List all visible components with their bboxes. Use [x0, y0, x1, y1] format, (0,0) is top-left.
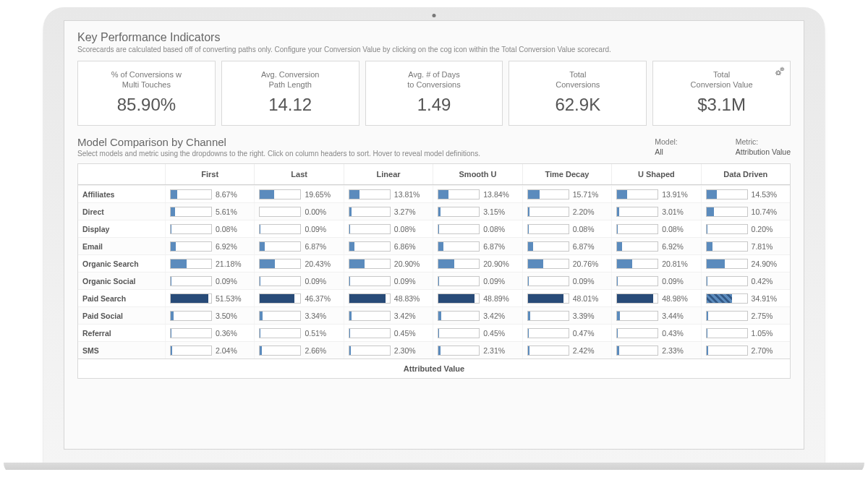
cell-value: 20.76% [573, 259, 599, 268]
cell-value: 3.34% [305, 312, 326, 320]
cell-value: 3.01% [662, 207, 684, 216]
kpi-label: Total Conversions [514, 69, 642, 90]
bar-track [259, 241, 301, 252]
kpi-cards-row: % of Conversions w Multi Touches 85.90% … [77, 61, 791, 126]
bar-fill [707, 312, 709, 320]
row-label: Display [78, 225, 165, 233]
cell-value: 3.42% [483, 312, 505, 320]
cell-value: 20.90% [394, 259, 420, 268]
table-cell: 6.92% [611, 238, 700, 254]
bar-track [259, 224, 301, 234]
kpi-label: % of Conversions w Multi Touches [82, 69, 210, 90]
bar-fill [260, 329, 260, 338]
table-header-data-driven[interactable]: Data Driven [701, 164, 790, 184]
bar-track [438, 224, 480, 234]
bar-track [170, 207, 212, 217]
table-cell: 0.09% [344, 272, 433, 289]
bar-fill [617, 312, 620, 320]
table-header-smooth-u[interactable]: Smooth U [433, 164, 522, 184]
table-row: Organic Social0.09%0.09%0.09%0.09%0.09%0… [78, 272, 790, 289]
cell-value: 6.87% [305, 242, 326, 251]
cell-value: 0.09% [305, 277, 326, 286]
bar-fill [349, 207, 352, 216]
table-header-u-shaped[interactable]: U Shaped [611, 164, 700, 184]
table-header-linear[interactable]: Linear [344, 164, 433, 184]
table-cell: 10.74% [701, 203, 790, 220]
table-cell: 21.18% [165, 255, 254, 272]
cell-value: 3.15% [483, 207, 505, 216]
bar-fill [707, 190, 718, 199]
bar-fill [349, 242, 354, 251]
cell-value: 0.36% [216, 329, 237, 338]
bar-track [170, 241, 212, 252]
cell-value: 3.39% [573, 312, 595, 320]
bar-track [616, 345, 658, 356]
cell-value: 13.84% [483, 190, 509, 199]
table-cell: 15.71% [522, 186, 611, 202]
bar-track [170, 293, 212, 304]
bar-track [706, 328, 748, 338]
bar-track [259, 207, 301, 217]
bar-track [349, 345, 391, 356]
bar-track [706, 311, 748, 321]
bar-fill [349, 312, 352, 320]
row-label: Direct [78, 207, 165, 216]
table-row: Referral0.36%0.51%0.45%0.45%0.47%0.43%1.… [78, 324, 790, 341]
model-comparison-subtitle: Select models and metric using the dropd… [77, 150, 655, 158]
cell-value: 20.43% [305, 259, 331, 268]
kpi-card-total-conv: Total Conversions 62.9K [509, 61, 647, 126]
cell-value: 24.90% [752, 259, 778, 268]
table-cell: 0.08% [344, 220, 433, 237]
cell-value: 2.66% [305, 346, 326, 355]
bar-track [527, 345, 569, 356]
table-header-last[interactable]: Last [254, 164, 343, 184]
table-cell: 13.81% [344, 186, 433, 202]
table-header-row: FirstLastLinearSmooth UTime DecayU Shape… [78, 164, 790, 185]
table-cell: 6.87% [433, 238, 522, 254]
kpi-card-multi-touches: % of Conversions w Multi Touches 85.90% [77, 61, 216, 126]
bar-fill [617, 207, 619, 216]
cell-value: 3.42% [394, 312, 416, 320]
bar-track [438, 207, 480, 217]
metric-filter[interactable]: Metric: Attribution Value [736, 137, 791, 156]
table-cell: 0.45% [344, 325, 433, 341]
model-filter[interactable]: Model: All [655, 137, 678, 156]
bar-fill [528, 259, 543, 268]
table-cell: 8.67% [165, 186, 254, 202]
bar-track [706, 293, 748, 304]
bar-fill [349, 259, 365, 268]
table-header-first[interactable]: First [165, 164, 254, 184]
table-cell: 0.09% [254, 220, 343, 237]
table-row: Direct5.61%0.00%3.27%3.15%2.20%3.01%10.7… [78, 202, 790, 220]
kpi-label: Avg. Conversion Path Length [226, 69, 354, 90]
table-cell: 48.01% [522, 290, 611, 306]
bar-fill [438, 242, 443, 251]
cell-value: 6.92% [662, 242, 684, 251]
table-cell: 0.47% [522, 325, 611, 341]
bar-track [616, 276, 658, 286]
bar-track [349, 241, 391, 252]
gear-icon[interactable] [774, 66, 786, 79]
bar-track [706, 276, 748, 286]
table-cell: 5.61% [165, 203, 254, 220]
bar-fill [260, 190, 274, 199]
bar-fill [617, 294, 653, 303]
table-cell: 20.90% [344, 255, 433, 272]
bar-track [259, 259, 301, 269]
table-header-time-decay[interactable]: Time Decay [522, 164, 611, 184]
bar-track [616, 224, 658, 234]
kpi-label: Avg. # of Days to Conversions [370, 69, 498, 90]
table-cell: 0.08% [611, 220, 700, 237]
bar-fill [707, 346, 709, 355]
row-label: Email [78, 242, 165, 251]
table-cell: 3.42% [344, 307, 433, 324]
bar-fill [260, 259, 275, 268]
table-cell: 20.76% [522, 255, 611, 272]
table-cell: 2.70% [701, 342, 790, 359]
bar-track [259, 293, 301, 304]
bar-track [438, 259, 480, 269]
table-cell: 19.65% [254, 186, 343, 202]
row-label: Paid Search [78, 294, 165, 303]
cell-value: 20.90% [483, 259, 509, 268]
table-cell: 24.90% [701, 255, 790, 272]
